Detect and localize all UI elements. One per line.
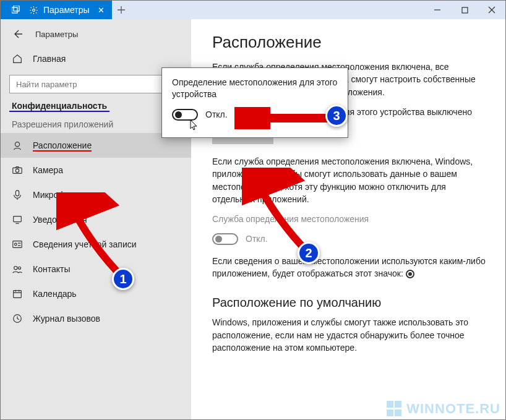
- nav-label: Контакты: [33, 264, 70, 274]
- sidebar-item-account-info[interactable]: Сведения учетной записи: [1, 232, 191, 257]
- svg-point-5: [15, 142, 19, 147]
- sidebar-item-microphone[interactable]: Микрофон: [1, 182, 191, 207]
- calendar-icon: [12, 288, 23, 299]
- sidebar-item-call-history[interactable]: Журнал вызовов: [1, 306, 191, 331]
- location-icon: [12, 140, 23, 151]
- nav-label: Календарь: [33, 289, 77, 299]
- back-button[interactable]: [8, 25, 27, 43]
- svg-rect-1: [14, 6, 19, 11]
- default-location-heading: Расположение по умолчанию: [212, 296, 487, 310]
- close-button[interactable]: [478, 1, 505, 19]
- account-info-icon: [12, 239, 23, 250]
- contacts-icon: [12, 264, 23, 275]
- nav-label: Микрофон: [33, 190, 75, 200]
- content-heading: Расположение: [212, 33, 487, 52]
- svg-rect-8: [15, 191, 19, 196]
- svg-point-7: [15, 169, 19, 172]
- location-usage-icon: [406, 270, 414, 278]
- watermark: WINNOTE.RU: [387, 401, 500, 417]
- popup-title: Определение местоположения для этого уст…: [172, 77, 338, 100]
- toggle-label: Откл.: [246, 234, 268, 244]
- annotation-underline: [33, 150, 92, 152]
- nav-label: Главная: [33, 54, 66, 64]
- svg-point-13: [19, 267, 21, 269]
- svg-point-2: [33, 9, 35, 11]
- home-icon: [12, 53, 23, 64]
- popup-toggle[interactable]: Откл.: [172, 109, 338, 121]
- minimize-button[interactable]: [424, 1, 451, 19]
- svg-rect-14: [14, 291, 22, 298]
- content-p2: Если служба определения местоположения в…: [212, 155, 487, 205]
- nav-label: Камера: [33, 165, 63, 175]
- sidebar-header: Параметры: [1, 22, 191, 46]
- search-input[interactable]: [9, 75, 182, 93]
- windows-logo-icon: [387, 401, 403, 417]
- svg-rect-9: [14, 216, 22, 222]
- cursor-icon: [189, 119, 199, 132]
- camera-icon: [12, 165, 23, 176]
- tab-settings[interactable]: Параметры ✕: [1, 1, 112, 19]
- toggle-label: Откл.: [205, 109, 228, 119]
- window-controls: [424, 1, 505, 19]
- page-title: Параметры: [35, 30, 78, 39]
- sidebar-item-notifications[interactable]: Уведомления: [1, 207, 191, 232]
- new-tab-button[interactable]: [112, 1, 131, 19]
- annotation-underline: [9, 111, 109, 112]
- content-p3: Если сведения о вашем местоположении исп…: [212, 255, 487, 280]
- svg-rect-3: [462, 7, 468, 13]
- svg-point-12: [14, 267, 17, 270]
- location-popup: Определение местоположения для этого уст…: [161, 67, 348, 138]
- svg-rect-0: [12, 7, 17, 13]
- call-history-icon: [12, 313, 23, 324]
- tab-label: Параметры: [43, 5, 90, 15]
- toggle-knob: [215, 236, 222, 242]
- location-service-label: Служба определения местоположения: [212, 213, 487, 225]
- tab-close-icon[interactable]: ✕: [98, 6, 105, 15]
- gear-icon: [29, 6, 38, 15]
- maximize-button[interactable]: [451, 1, 478, 19]
- sidebar-item-camera[interactable]: Камера: [1, 158, 191, 182]
- settings-window: Параметры ✕ Параметры Гл: [0, 0, 506, 420]
- nav-label: Журнал вызовов: [33, 314, 100, 324]
- svg-point-11: [15, 243, 17, 246]
- nav-label: Сведения учетной записи: [33, 239, 137, 249]
- sidebar-item-calendar[interactable]: Календарь: [1, 281, 191, 306]
- nav-label: Уведомления: [33, 215, 87, 225]
- toggle-knob: [175, 111, 182, 118]
- sidebar-item-contacts[interactable]: Контакты: [1, 257, 191, 281]
- toggle-track: [212, 233, 238, 245]
- titlebar: Параметры ✕: [1, 1, 505, 19]
- content-p4: Windows, приложения и службы смогут такж…: [212, 316, 487, 354]
- privacy-heading[interactable]: Конфиденциальность: [12, 101, 107, 111]
- nav-label: Расположение: [33, 140, 92, 150]
- location-service-toggle[interactable]: Откл.: [212, 233, 487, 245]
- microphone-icon: [12, 189, 23, 200]
- toggle-track: [172, 109, 198, 121]
- notifications-icon: [12, 214, 23, 225]
- multitask-icon: [8, 6, 24, 14]
